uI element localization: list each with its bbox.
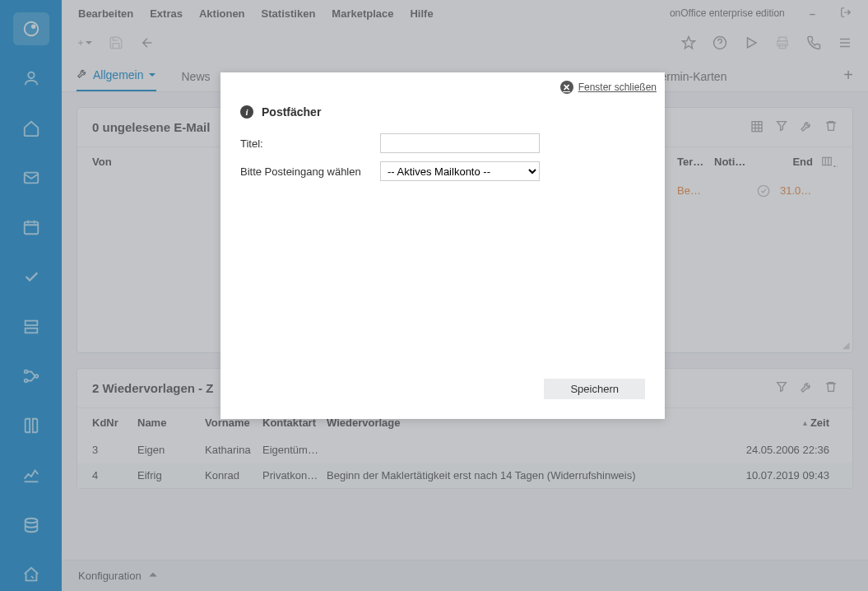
label-posteingang: Bitte Posteingang wählen <box>240 165 380 178</box>
modal-close-label: Fenster schließen <box>578 81 657 93</box>
save-button[interactable]: Speichern <box>544 379 645 399</box>
modal-heading: Postfächer <box>262 105 321 119</box>
select-mailkonto[interactable]: -- Aktives Mailkonto -- <box>380 161 540 181</box>
input-titel[interactable] <box>380 133 540 153</box>
info-icon: i <box>240 105 253 119</box>
label-titel: Titel: <box>240 137 380 150</box>
modal-close-button[interactable]: ✕ Fenster schließen <box>560 81 657 94</box>
close-icon: ✕ <box>560 81 573 94</box>
modal-postfaecher: ✕ Fenster schließen i Postfächer Titel: … <box>220 72 665 419</box>
